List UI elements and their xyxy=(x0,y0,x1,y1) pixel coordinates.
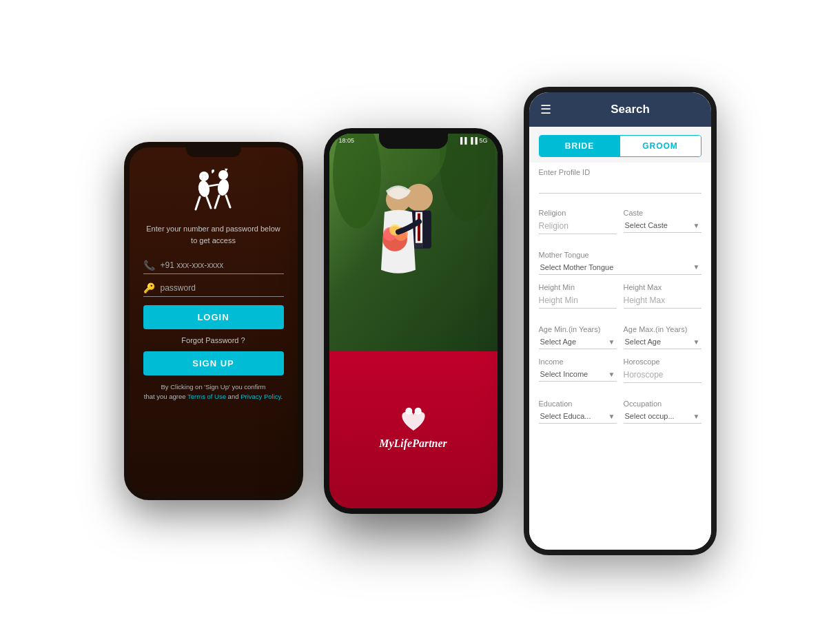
search-body: Enter Profile ID Religion Caste Select C… xyxy=(529,163,711,550)
age-max-select-wrap: Select Age 25303540 ▼ xyxy=(624,335,701,349)
height-max-col: Height Max xyxy=(624,283,701,317)
hamburger-icon[interactable]: ☰ xyxy=(540,102,551,117)
caste-select-wrap: Select Caste Brahmin Kshatriya Other ▼ xyxy=(624,218,701,233)
age-max-col: Age Max.(in Years) Select Age 25303540 ▼ xyxy=(624,325,701,349)
couple-icon: ♥ xyxy=(186,168,241,216)
terms-text: By Clicking on 'Sign Up' you confirm tha… xyxy=(144,382,283,402)
scene: ♥ Enter your number and password below t… xyxy=(0,0,840,642)
password-input-row[interactable]: 🔑 xyxy=(143,282,284,297)
height-max-label: Height Max xyxy=(624,283,701,291)
occupation-select-wrap: Select occup... EngineerDoctorBusiness ▼ xyxy=(624,409,701,424)
password-input[interactable] xyxy=(161,283,284,293)
phone-search: ☰ Search BRIDE GROOM Enter Profile ID Re… xyxy=(524,87,717,555)
income-select-wrap: Select Income 1-2 Lakh2-5 Lakh5-10 Lakh … xyxy=(539,367,617,382)
age-min-col: Age Min.(in Years) Select Age 18202530 ▼ xyxy=(539,325,617,349)
caste-col: Caste Select Caste Brahmin Kshatriya Oth… xyxy=(624,209,701,242)
bride-tab[interactable]: BRIDE xyxy=(540,136,620,156)
occupation-col: Occupation Select occup... EngineerDocto… xyxy=(624,400,701,424)
mother-tongue-label: Mother Tongue xyxy=(539,251,701,259)
login-button[interactable]: LOGIN xyxy=(143,305,284,329)
phone-login: ♥ Enter your number and password below t… xyxy=(124,142,303,500)
phone-icon: 📞 xyxy=(143,260,155,271)
religion-caste-row: Religion Caste Select Caste Brahmin Ksha… xyxy=(539,209,701,242)
svg-point-2 xyxy=(197,180,211,198)
svg-point-3 xyxy=(216,178,230,196)
religion-label: Religion xyxy=(539,209,617,217)
education-col: Education Select Educa... Bachelor'sMast… xyxy=(539,400,617,424)
status-bar: 18:05 ▐▐ ▐▐ 5G xyxy=(329,137,498,144)
profile-id-input[interactable] xyxy=(539,178,701,194)
age-min-select-wrap: Select Age 18202530 ▼ xyxy=(539,335,617,349)
education-select[interactable]: Select Educa... Bachelor'sMaster'sPhD xyxy=(539,409,617,424)
age-row: Age Min.(in Years) Select Age 18202530 ▼… xyxy=(539,325,701,349)
privacy-policy-link[interactable]: Privacy Policy xyxy=(240,393,280,400)
search-header: ☰ Search xyxy=(529,92,711,127)
occupation-label: Occupation xyxy=(624,400,701,408)
age-min-select[interactable]: Select Age 18202530 xyxy=(539,335,617,349)
age-max-label: Age Max.(in Years) xyxy=(624,325,701,333)
height-max-input[interactable] xyxy=(624,293,701,309)
status-icons: ▐▐ ▐▐ 5G xyxy=(458,137,488,144)
key-icon: 🔑 xyxy=(143,282,155,293)
mother-tongue-section: Mother Tongue Select Mother Tongue Hindi… xyxy=(539,251,701,275)
notch-login xyxy=(186,147,241,157)
height-row: Height Min Height Max xyxy=(539,283,701,317)
splash-bottom: MyLifePartner xyxy=(329,351,498,508)
income-horoscope-row: Income Select Income 1-2 Lakh2-5 Lakh5-1… xyxy=(539,358,701,391)
profile-id-label: Enter Profile ID xyxy=(539,168,701,176)
religion-col: Religion xyxy=(539,209,617,242)
age-max-select[interactable]: Select Age 25303540 xyxy=(624,335,701,349)
svg-line-7 xyxy=(226,196,230,207)
svg-line-4 xyxy=(196,197,200,209)
edu-occ-row: Education Select Educa... Bachelor'sMast… xyxy=(539,400,701,424)
income-label: Income xyxy=(539,358,617,366)
search-screen-title: Search xyxy=(561,103,700,116)
height-min-input[interactable] xyxy=(539,293,617,309)
signup-button[interactable]: SIGN UP xyxy=(143,351,284,375)
mlp-heart-logo xyxy=(396,403,431,437)
profile-id-section: Enter Profile ID xyxy=(539,168,701,202)
svg-point-0 xyxy=(199,172,209,181)
groom-tab[interactable]: GROOM xyxy=(620,136,701,156)
svg-point-9 xyxy=(212,169,214,172)
horoscope-label: Horoscope xyxy=(624,358,701,366)
education-select-wrap: Select Educa... Bachelor'sMaster'sPhD ▼ xyxy=(539,409,617,424)
app-name: MyLifePartner xyxy=(379,437,447,450)
status-time: 18:05 xyxy=(339,137,355,144)
caste-label: Caste xyxy=(624,209,701,217)
phone-input[interactable] xyxy=(161,260,284,270)
age-min-label: Age Min.(in Years) xyxy=(539,325,617,333)
education-label: Education xyxy=(539,400,617,408)
bride-groom-tabs: BRIDE GROOM xyxy=(539,135,701,157)
phone-input-row[interactable]: 📞 xyxy=(143,260,284,274)
mother-tongue-select[interactable]: Select Mother Tongue Hindi Tamil Telugu xyxy=(539,260,701,275)
horoscope-input[interactable] xyxy=(624,367,701,383)
income-select[interactable]: Select Income 1-2 Lakh2-5 Lakh5-10 Lakh xyxy=(539,367,617,382)
occupation-select[interactable]: Select occup... EngineerDoctorBusiness xyxy=(624,409,701,424)
forgot-password-link[interactable]: Forgot Password ? xyxy=(181,336,245,344)
login-content: ♥ Enter your number and password below t… xyxy=(130,147,298,416)
svg-line-5 xyxy=(207,197,211,208)
horoscope-col: Horoscope xyxy=(624,358,701,391)
height-min-col: Height Min xyxy=(539,283,617,317)
income-col: Income Select Income 1-2 Lakh2-5 Lakh5-1… xyxy=(539,358,617,391)
splash-photo xyxy=(329,134,498,351)
caste-select[interactable]: Select Caste Brahmin Kshatriya Other xyxy=(624,218,701,233)
svg-line-8 xyxy=(209,185,218,186)
svg-text:♥: ♥ xyxy=(225,168,228,173)
svg-line-6 xyxy=(215,196,219,208)
height-min-label: Height Min xyxy=(539,283,617,291)
couple-photo-svg xyxy=(329,134,498,351)
religion-input[interactable] xyxy=(539,218,617,234)
phone-splash: 18:05 ▐▐ ▐▐ 5G xyxy=(324,128,503,514)
terms-of-use-link[interactable]: Terms of Use xyxy=(187,393,226,400)
login-subtitle: Enter your number and password below to … xyxy=(143,223,284,246)
svg-rect-20 xyxy=(418,214,420,241)
